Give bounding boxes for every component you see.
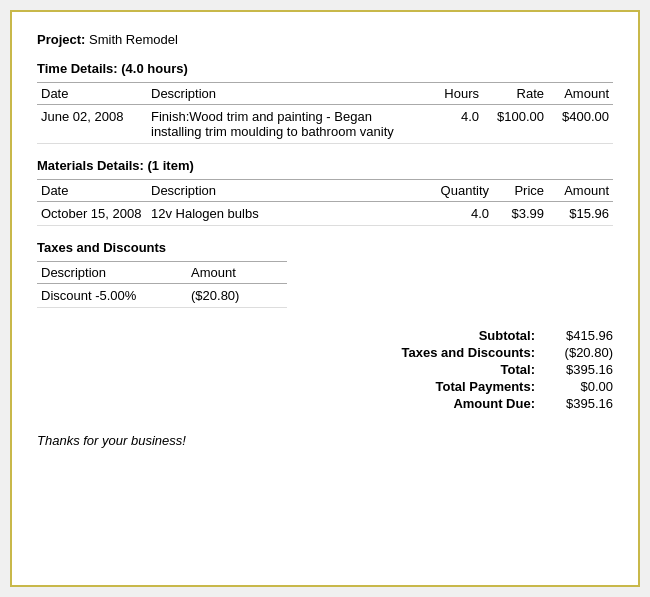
mat-col-amount: Amount bbox=[548, 180, 613, 202]
time-date: June 02, 2008 bbox=[37, 105, 147, 144]
subtotal-label: Subtotal: bbox=[333, 328, 543, 343]
materials-details-table: Date Description Quantity Price Amount O… bbox=[37, 179, 613, 226]
mat-col-qty: Quantity bbox=[428, 180, 493, 202]
taxes-discounts-title: Taxes and Discounts bbox=[37, 240, 613, 255]
mat-desc: 12v Halogen bulbs bbox=[147, 202, 428, 226]
due-label: Amount Due: bbox=[333, 396, 543, 411]
total-value: $395.16 bbox=[543, 362, 613, 377]
total-label: Total: bbox=[333, 362, 543, 377]
taxes-discounts-table: Description Amount Discount -5.00% ($20.… bbox=[37, 261, 287, 308]
invoice: Project: Smith Remodel Time Details: (4.… bbox=[10, 10, 640, 587]
payments-value: $0.00 bbox=[543, 379, 613, 394]
mat-col-date: Date bbox=[37, 180, 147, 202]
time-details-title: Time Details: (4.0 hours) bbox=[37, 61, 613, 76]
due-value: $395.16 bbox=[543, 396, 613, 411]
summary-total-row: Total: $395.16 bbox=[333, 362, 613, 377]
time-col-amount: Amount bbox=[548, 83, 613, 105]
time-col-rate: Rate bbox=[483, 83, 548, 105]
time-col-date: Date bbox=[37, 83, 147, 105]
summary-taxes-row: Taxes and Discounts: ($20.80) bbox=[333, 345, 613, 360]
time-col-hours: Hours bbox=[428, 83, 483, 105]
time-rate: $100.00 bbox=[483, 105, 548, 144]
tax-col-amount: Amount bbox=[187, 262, 287, 284]
summary-due-row: Amount Due: $395.16 bbox=[333, 396, 613, 411]
thanks-line: Thanks for your business! bbox=[37, 433, 613, 448]
tax-col-desc: Description bbox=[37, 262, 187, 284]
tax-desc: Discount -5.00% bbox=[37, 284, 187, 308]
mat-col-desc: Description bbox=[147, 180, 428, 202]
taxes-value: ($20.80) bbox=[543, 345, 613, 360]
subtotal-value: $415.96 bbox=[543, 328, 613, 343]
time-hours: 4.0 bbox=[428, 105, 483, 144]
time-col-desc: Description bbox=[147, 83, 428, 105]
table-row: October 15, 2008 12v Halogen bulbs 4.0 $… bbox=[37, 202, 613, 226]
table-row: Discount -5.00% ($20.80) bbox=[37, 284, 287, 308]
mat-col-price: Price bbox=[493, 180, 548, 202]
time-desc: Finish:Wood trim and painting - Began in… bbox=[147, 105, 428, 144]
tax-amount: ($20.80) bbox=[187, 284, 287, 308]
mat-date: October 15, 2008 bbox=[37, 202, 147, 226]
mat-qty: 4.0 bbox=[428, 202, 493, 226]
project-name: Smith Remodel bbox=[89, 32, 178, 47]
payments-label: Total Payments: bbox=[333, 379, 543, 394]
time-amount: $400.00 bbox=[548, 105, 613, 144]
project-label: Project: bbox=[37, 32, 85, 47]
project-line: Project: Smith Remodel bbox=[37, 32, 613, 47]
mat-amount: $15.96 bbox=[548, 202, 613, 226]
materials-details-title: Materials Details: (1 item) bbox=[37, 158, 613, 173]
time-details-table: Date Description Hours Rate Amount June … bbox=[37, 82, 613, 144]
summary-payments-row: Total Payments: $0.00 bbox=[333, 379, 613, 394]
mat-price: $3.99 bbox=[493, 202, 548, 226]
taxes-label: Taxes and Discounts: bbox=[333, 345, 543, 360]
table-row: June 02, 2008 Finish:Wood trim and paint… bbox=[37, 105, 613, 144]
summary-section: Subtotal: $415.96 Taxes and Discounts: (… bbox=[37, 328, 613, 413]
summary-subtotal-row: Subtotal: $415.96 bbox=[333, 328, 613, 343]
